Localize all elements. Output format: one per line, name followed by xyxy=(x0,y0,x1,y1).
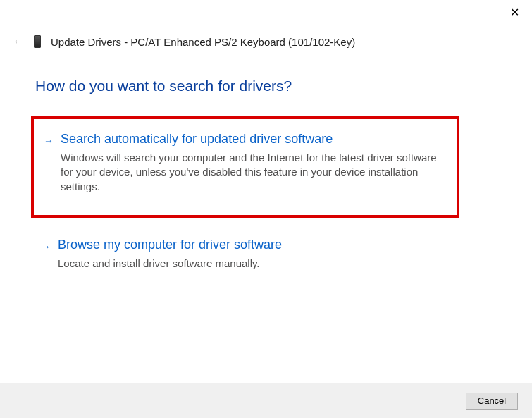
option-title: Browse my computer for driver software xyxy=(58,238,282,252)
option-description: Windows will search your computer and th… xyxy=(61,151,441,194)
close-button[interactable]: ✕ xyxy=(510,7,519,18)
cancel-button[interactable]: Cancel xyxy=(466,393,518,410)
arrow-right-icon: → xyxy=(44,135,54,147)
dialog-title: Update Drivers - PC/AT Enhanced PS/2 Key… xyxy=(51,36,355,48)
header: ← Update Drivers - PC/AT Enhanced PS/2 K… xyxy=(13,35,355,48)
option-description: Locate and install driver software manua… xyxy=(58,257,282,271)
back-arrow-icon[interactable]: ← xyxy=(13,35,24,48)
page-heading: How do you want to search for drivers? xyxy=(35,78,292,94)
footer-bar: Cancel xyxy=(0,383,532,418)
device-icon xyxy=(34,35,41,48)
arrow-right-icon: → xyxy=(41,241,51,252)
option-browse-computer[interactable]: → Browse my computer for driver software… xyxy=(31,229,459,283)
option-title: Search automatically for updated driver … xyxy=(61,132,441,147)
option-search-automatically[interactable]: → Search automatically for updated drive… xyxy=(31,116,459,218)
